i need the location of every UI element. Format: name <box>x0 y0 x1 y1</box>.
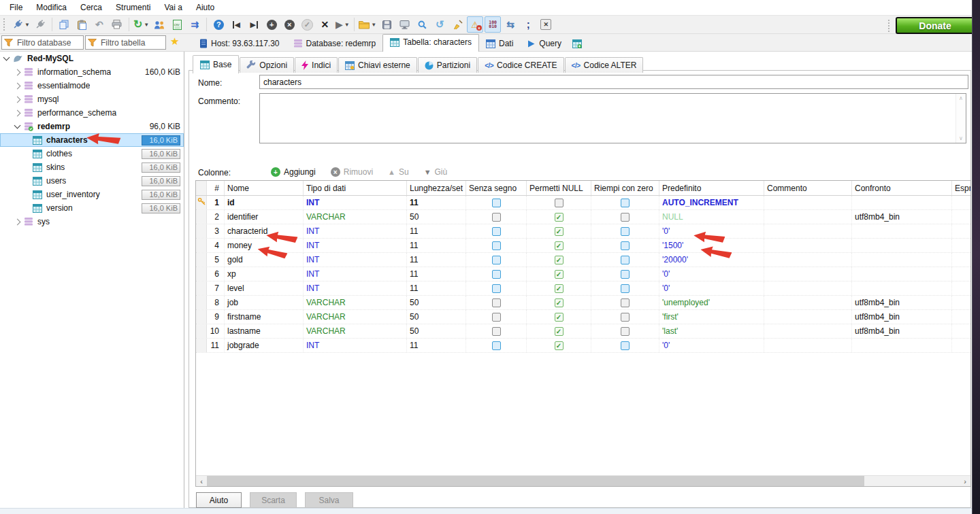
column-row-firstname[interactable]: 9firstnameVARCHAR50✓'first'utf8mb4_bin <box>196 310 970 324</box>
column-row-gold[interactable]: 5goldINT11✓'20000' <box>196 253 970 267</box>
cell-default[interactable]: '0' <box>659 267 764 281</box>
scroll-down-icon[interactable]: ∨ <box>959 135 963 141</box>
column-row-money[interactable]: 4moneyINT11✓'1500' <box>196 239 970 253</box>
save-file-button[interactable] <box>378 16 395 33</box>
column-row-identifier[interactable]: 2identifierVARCHAR50✓NULLutf8mb4_bin <box>196 210 970 224</box>
cell-default[interactable]: '1500' <box>659 239 764 252</box>
cell-expression[interactable] <box>952 196 971 209</box>
cell-length[interactable]: 50 <box>407 310 466 324</box>
grid-header-espressione[interactable]: Espressione <box>952 181 971 195</box>
cell-collation[interactable]: utf8mb4_bin <box>852 210 952 224</box>
grid-header-confronto[interactable]: Confronto <box>852 181 952 195</box>
tree-item-redemrp[interactable]: redemrp96,0 KiB <box>0 120 184 133</box>
paste-button[interactable] <box>74 16 90 33</box>
allow-null-checkbox[interactable]: ✓ <box>555 270 564 279</box>
cell-length[interactable]: 50 <box>407 210 466 224</box>
cell-name-identifier[interactable]: identifier <box>225 210 304 224</box>
cell-expression[interactable] <box>952 210 971 224</box>
print-button[interactable] <box>109 16 125 33</box>
unsigned-checkbox[interactable] <box>492 227 501 236</box>
allow-null-checkbox[interactable]: ✓ <box>555 341 564 350</box>
cell-length[interactable]: 50 <box>407 296 466 309</box>
cell-datatype[interactable]: INT <box>304 267 407 281</box>
dropdown-arrow-icon[interactable]: ▼ <box>371 22 376 28</box>
cell-default[interactable]: '0' <box>659 224 764 238</box>
cell-name-job[interactable]: job <box>225 296 304 309</box>
post-record-button[interactable]: ✓ <box>299 16 315 33</box>
cell-comment[interactable] <box>764 281 852 295</box>
cell-datatype[interactable]: VARCHAR <box>304 296 407 309</box>
columns-action-su[interactable]: ▲Su <box>388 167 409 177</box>
add-record-button[interactable]: + <box>263 16 280 33</box>
scroll-left-icon[interactable]: ‹ <box>196 476 207 486</box>
unsigned-checkbox[interactable] <box>492 270 501 279</box>
grid-horizontal-scrollbar[interactable]: ‹ › <box>196 475 970 486</box>
export-result-button[interactable] <box>396 16 412 33</box>
table-filter-input[interactable] <box>99 37 163 48</box>
cell-comment[interactable] <box>764 339 852 352</box>
cell-collation[interactable] <box>852 196 952 209</box>
execute-sql-button[interactable]: ▶▼ <box>334 16 350 33</box>
allow-null-checkbox[interactable]: ✓ <box>555 313 564 322</box>
cell-datatype[interactable]: VARCHAR <box>304 210 407 224</box>
unsigned-checkbox[interactable] <box>492 199 501 207</box>
column-row-level[interactable]: 7levelINT11✓'0' <box>196 281 970 296</box>
cell-default[interactable]: '0' <box>659 281 764 295</box>
database-filter-input[interactable] <box>16 37 81 48</box>
donate-button[interactable]: Donate <box>896 17 972 34</box>
zerofill-checkbox[interactable] <box>621 270 630 279</box>
user-manager-button[interactable] <box>151 16 167 33</box>
cell-collation[interactable]: utf8mb4_bin <box>852 296 952 309</box>
cancel-editing-button[interactable]: ✕ <box>316 16 333 33</box>
chevron-right-icon[interactable] <box>14 218 21 225</box>
grid-header-lunghezza-set[interactable]: Lunghezza/set <box>407 181 466 195</box>
column-row-xp[interactable]: 6xpINT11✓'0' <box>196 267 970 281</box>
tree-item-users[interactable]: users16,0 KiB <box>0 174 184 188</box>
zerofill-checkbox[interactable] <box>621 256 630 264</box>
allow-null-checkbox[interactable]: ✓ <box>555 284 564 293</box>
allow-null-checkbox[interactable]: ✓ <box>555 213 564 222</box>
favorites-star-icon[interactable]: ★ <box>170 35 179 48</box>
tree-item-performance-schema[interactable]: performance_schema <box>0 106 184 120</box>
dropdown-arrow-icon[interactable]: ▼ <box>144 22 149 28</box>
columns-action-aggiungi[interactable]: +Aggiungi <box>271 167 316 177</box>
editor-tab-indici[interactable]: Indici <box>295 57 338 73</box>
unsigned-checkbox[interactable] <box>492 256 501 264</box>
editor-tab-base[interactable]: Base <box>193 55 239 73</box>
grid-header-senza-segno[interactable]: Senza segno <box>466 181 527 195</box>
find-replace-button[interactable]: ↺ <box>431 16 448 33</box>
donate-grip[interactable] <box>888 20 892 32</box>
cell-collation[interactable] <box>852 339 952 352</box>
unsigned-checkbox[interactable] <box>492 298 501 307</box>
cell-expression[interactable] <box>952 253 971 267</box>
chevron-right-icon[interactable] <box>14 96 21 103</box>
menu-item-cerca[interactable]: Cerca <box>74 1 109 14</box>
insert-files-button[interactable]: ⇉ <box>186 16 203 33</box>
column-row-characterid[interactable]: 3characteridINT11✓'0' <box>196 224 970 239</box>
word-wrap-button[interactable]: ⇆ <box>502 16 519 33</box>
editor-tab-opzioni[interactable]: Opzioni <box>240 57 294 73</box>
cell-length[interactable]: 11 <box>407 281 466 295</box>
unsigned-checkbox[interactable] <box>492 313 501 322</box>
cell-length[interactable]: 11 <box>407 239 466 252</box>
connect-button[interactable]: ▼ <box>12 16 31 33</box>
menu-item-modifica[interactable]: Modifica <box>29 1 74 14</box>
cell-expression[interactable] <box>952 224 971 238</box>
tree-item-information-schema[interactable]: information_schema160,0 KiB <box>0 65 184 79</box>
cell-comment[interactable] <box>764 224 852 238</box>
scrollbar-thumb[interactable] <box>207 476 864 486</box>
dropdown-arrow-icon[interactable]: ▼ <box>344 22 350 28</box>
cell-datatype[interactable]: INT <box>304 196 407 209</box>
chevron-down-icon[interactable] <box>14 122 21 129</box>
export-csv-button[interactable]: csv <box>169 16 185 33</box>
cell-default[interactable]: NULL <box>659 210 764 224</box>
comment-scrollbar[interactable]: ∧∨ <box>956 94 966 143</box>
unsigned-checkbox[interactable] <box>492 284 501 293</box>
columns-action-gi[interactable]: ▼Giù <box>424 167 448 177</box>
clear-filter-button[interactable] <box>449 16 466 33</box>
tree-item-sys[interactable]: sys <box>0 215 184 228</box>
cell-name-firstname[interactable]: firstname <box>225 310 304 324</box>
allow-null-checkbox[interactable]: ✓ <box>555 241 564 250</box>
cell-collation[interactable] <box>852 253 952 267</box>
cell-collation[interactable] <box>852 224 952 238</box>
